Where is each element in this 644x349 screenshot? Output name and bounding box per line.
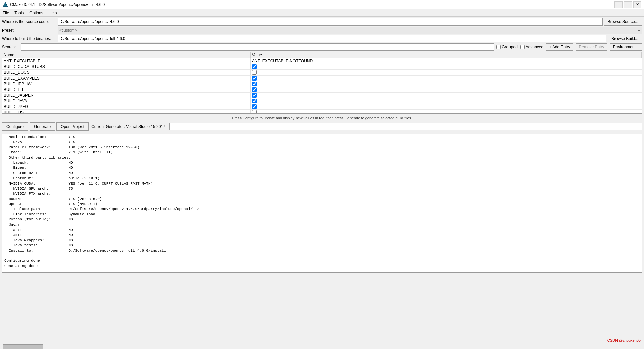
- value-checkbox[interactable]: [252, 70, 257, 75]
- table-row[interactable]: BUILD_JASPER: [2, 93, 642, 98]
- restore-button[interactable]: □: [624, 1, 632, 8]
- cell-value: [251, 104, 642, 109]
- open-project-button[interactable]: Open Project: [56, 122, 89, 131]
- log-container[interactable]: Media Foundation: YES DXVA: YES Parallel…: [2, 134, 642, 273]
- log-line: Trace: YES (with Intel ITT): [4, 150, 640, 155]
- cell-name: BUILD_IPP_IW: [2, 81, 251, 87]
- log-line: NVIDIA GPU arch: 75: [4, 186, 640, 191]
- log-line: Eigen: NO: [4, 165, 640, 170]
- value-checkbox[interactable]: [252, 99, 257, 103]
- horizontal-scrollbar[interactable]: [2, 344, 642, 349]
- log-line: Lapack: NO: [4, 160, 640, 165]
- cell-name: BUILD_CUDA_STUBS: [2, 64, 251, 69]
- log-line: Link libraries: Dynamic load: [4, 212, 640, 217]
- log-line: Media Foundation: YES: [4, 135, 640, 140]
- log-line: NVIDIA PTX archs:: [4, 191, 640, 196]
- value-checkbox[interactable]: [252, 104, 257, 109]
- environment-button[interactable]: Environment...: [610, 43, 642, 51]
- search-input[interactable]: [21, 43, 494, 51]
- value-checkbox[interactable]: [252, 110, 257, 114]
- main-content: Where is the source code: Browse Source.…: [0, 17, 644, 115]
- log-line: ----------------------------------------…: [4, 253, 640, 258]
- log-line: Configuring done: [4, 258, 640, 263]
- log-line: Install to: D:/Software/opencv/opencv-fu…: [4, 248, 640, 253]
- cell-value: [251, 87, 642, 92]
- menu-bar: File Tools Options Help: [0, 9, 644, 17]
- menu-options[interactable]: Options: [26, 10, 46, 16]
- build-input[interactable]: [58, 35, 606, 42]
- value-checkbox[interactable]: [252, 82, 257, 86]
- log-line: Parallel framework: TBB (ver 2021.5 inte…: [4, 145, 640, 150]
- preset-label: Preset:: [2, 28, 56, 33]
- log-line: Java:: [4, 222, 640, 228]
- minimize-button[interactable]: −: [614, 1, 623, 8]
- table-header: Name Value: [2, 52, 642, 58]
- header-name: Name: [2, 52, 251, 58]
- preset-select[interactable]: <custom>: [58, 27, 642, 34]
- table-row[interactable]: BUILD_CUDA_STUBS: [2, 64, 642, 70]
- table-row[interactable]: BUILD_IPP_IW: [2, 81, 642, 87]
- browse-build-button[interactable]: Browse Build...: [608, 35, 642, 42]
- cell-value: ANT_EXECUTABLE-NOTFOUND: [251, 58, 642, 64]
- cell-name: ANT_EXECUTABLE: [2, 58, 251, 64]
- log-line: Protobuf: build (3.19.1): [4, 176, 640, 181]
- menu-tools[interactable]: Tools: [12, 10, 26, 16]
- title-bar: CMake 3.24.1 - D:/Software/opencv/opencv…: [0, 0, 644, 9]
- log-line: ant: NO: [4, 228, 640, 233]
- value-checkbox[interactable]: [252, 93, 257, 98]
- table-row[interactable]: BUILD_ITT: [2, 87, 642, 93]
- advanced-option[interactable]: Advanced: [520, 45, 543, 49]
- log-line: cuDNN: YES (ver 8.5.0): [4, 197, 640, 202]
- log-line: OpenCL: YES (NVD3D11): [4, 202, 640, 207]
- log-line: JNI: NO: [4, 233, 640, 238]
- hscroll-thumb[interactable]: [3, 344, 43, 349]
- value-checkbox[interactable]: [252, 87, 257, 92]
- generator-label: Current Generator: Visual Studio 15 2017: [91, 124, 165, 129]
- remove-entry-button[interactable]: Remove Entry: [576, 43, 607, 51]
- status-text: Press Configure to update and display ne…: [232, 116, 412, 120]
- svg-marker-0: [3, 2, 8, 7]
- add-entry-button[interactable]: + Add Entry: [546, 43, 573, 51]
- cell-name: BUILD_LIST: [2, 110, 251, 114]
- generate-button[interactable]: Generate: [30, 122, 55, 131]
- source-input[interactable]: [58, 18, 603, 26]
- source-row: Where is the source code: Browse Source.…: [2, 18, 642, 26]
- browse-source-button[interactable]: Browse Source...: [604, 18, 642, 26]
- search-label: Search:: [2, 45, 19, 49]
- source-label: Where is the source code:: [2, 19, 56, 24]
- configure-button[interactable]: Configure: [2, 122, 28, 131]
- table-row[interactable]: ANT_EXECUTABLEANT_EXECUTABLE-NOTFOUND: [2, 58, 642, 64]
- search-row: Search: Grouped Advanced + Add Entry Rem…: [2, 43, 642, 51]
- value-checkbox[interactable]: [252, 76, 257, 81]
- build-label: Where to build the binaries:: [2, 36, 56, 41]
- preset-row: Preset: <custom>: [2, 27, 642, 34]
- value-checkbox[interactable]: [252, 64, 257, 69]
- log-line: Java wrappers: NO: [4, 238, 640, 243]
- table-row[interactable]: BUILD_LIST: [2, 110, 642, 114]
- menu-help[interactable]: Help: [46, 10, 60, 16]
- advanced-checkbox[interactable]: [520, 45, 525, 49]
- cell-name: BUILD_DOCS: [2, 70, 251, 75]
- table-row[interactable]: BUILD_DOCS: [2, 70, 642, 76]
- table-row[interactable]: BUILD_EXAMPLES: [2, 76, 642, 81]
- cell-name: BUILD_JASPER: [2, 93, 251, 98]
- cell-value: [251, 81, 642, 87]
- grouped-checkbox[interactable]: [496, 45, 501, 49]
- table-row[interactable]: BUILD_JAVA: [2, 98, 642, 104]
- table-row[interactable]: BUILD_JPEG: [2, 104, 642, 110]
- grouped-option[interactable]: Grouped: [496, 45, 518, 49]
- log-line: Java tests: NO: [4, 243, 640, 248]
- log-line: Generating done: [4, 264, 640, 269]
- header-value: Value: [251, 52, 642, 58]
- log-line: Custom HAL: NO: [4, 171, 640, 176]
- menu-file[interactable]: File: [0, 10, 12, 16]
- cmake-table[interactable]: Name Value ANT_EXECUTABLEANT_EXECUTABLE-…: [2, 52, 642, 114]
- status-bar: Press Configure to update and display ne…: [0, 115, 644, 121]
- close-button[interactable]: ✕: [633, 1, 641, 8]
- cell-value: [251, 70, 642, 75]
- log-line: NVIDIA CUDA: YES (ver 11.6, CUFFT CUBLAS…: [4, 181, 640, 186]
- bottom-scrollbar-area: CSDN @zhoukeh05: [0, 343, 644, 349]
- watermark: CSDN @zhoukeh05: [607, 338, 641, 342]
- log-line: Other third-party libraries:: [4, 155, 640, 160]
- log-line: Include path: D:/Software/opencv/opencv-…: [4, 207, 640, 212]
